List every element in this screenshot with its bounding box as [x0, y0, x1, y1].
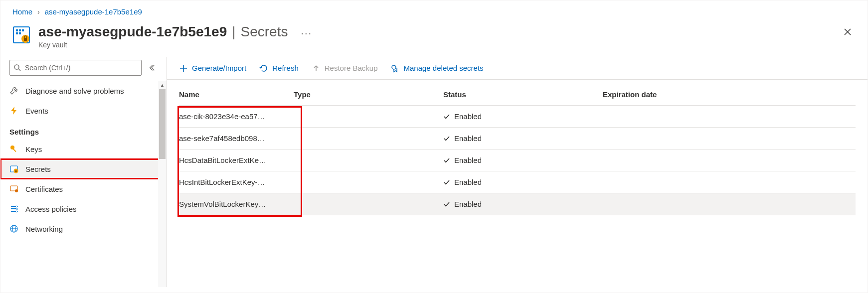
breadcrumb-separator: › [37, 8, 40, 16]
sidebar-item-label: Diagnose and solve problems [25, 87, 124, 95]
svg-rect-11 [13, 148, 16, 152]
networking-icon [9, 224, 18, 233]
sidebar-item-events[interactable]: Events [0, 101, 167, 121]
svg-rect-1 [16, 29, 18, 31]
page-header: ase-myasegpude-1e7b5e1e9 | Secrets ··· K… [0, 19, 868, 57]
cell-name: HcsIntBitLockerExtKey-… [179, 178, 294, 186]
plus-icon [179, 64, 188, 73]
wrench-icon [9, 86, 18, 95]
table-header-row: Name Type Status Expiration date [179, 84, 856, 106]
table-row[interactable]: ase-seke7af458edb098… Enabled [179, 128, 856, 149]
status-text: Enabled [454, 200, 482, 208]
breadcrumb-home[interactable]: Home [12, 7, 32, 16]
breadcrumb-resource[interactable]: ase-myasegpude-1e7b5e1e9 [45, 7, 142, 16]
svg-rect-2 [19, 29, 21, 31]
table-row[interactable]: HcsDataBitLockerExtKe… Enabled [179, 149, 856, 171]
breadcrumb: Home › ase-myasegpude-1e7b5e1e9 [0, 0, 868, 19]
status-text: Enabled [454, 134, 482, 143]
cell-name: ase-seke7af458edb098… [179, 134, 294, 143]
svg-point-8 [14, 65, 19, 69]
cell-name: ase-cik-8023e34e-ea57… [179, 112, 294, 121]
svg-rect-14 [15, 170, 17, 172]
key-vault-icon [12, 26, 30, 44]
cell-status: Enabled [443, 200, 603, 208]
sidebar-item-diagnose[interactable]: Diagnose and solve problems [0, 81, 167, 101]
svg-point-20 [392, 65, 396, 69]
sidebar-item-certificates[interactable]: Certificates [0, 179, 167, 199]
svg-rect-7 [24, 38, 27, 41]
toolbar-label: Refresh [272, 64, 299, 72]
col-header-status[interactable]: Status [443, 90, 603, 99]
status-text: Enabled [454, 112, 482, 121]
sidebar-item-label: Secrets [25, 165, 51, 173]
sidebar-item-label: Keys [25, 145, 42, 153]
table-row[interactable]: HcsIntBitLockerExtKey-… Enabled [179, 171, 856, 193]
scrollbar-thumb[interactable] [159, 89, 166, 159]
check-icon [443, 135, 450, 142]
more-menu-button[interactable]: ··· [301, 27, 312, 39]
toolbar: Generate/Import Refresh Restore Backup M… [167, 57, 868, 80]
status-text: Enabled [454, 156, 482, 164]
title-separator: | [232, 24, 235, 40]
toolbar-label: Restore Backup [325, 64, 378, 72]
table-row[interactable]: ase-cik-8023e34e-ea57… Enabled [179, 106, 856, 128]
main-panel: Generate/Import Refresh Restore Backup M… [167, 57, 868, 287]
restore-backup-button: Restore Backup [312, 64, 378, 73]
generate-import-button[interactable]: Generate/Import [179, 64, 246, 73]
col-header-name[interactable]: Name [179, 90, 294, 99]
cell-status: Enabled [443, 178, 603, 186]
svg-point-16 [15, 189, 18, 192]
svg-rect-5 [19, 32, 21, 34]
close-button[interactable] [840, 24, 856, 40]
search-icon [13, 64, 21, 72]
svg-rect-4 [16, 32, 18, 34]
refresh-icon [259, 64, 268, 73]
page-subtitle: Key vault [38, 41, 312, 49]
key-icon [9, 145, 18, 153]
col-header-type[interactable]: Type [294, 90, 443, 99]
check-icon [443, 179, 450, 186]
manage-deleted-secrets-button[interactable]: Manage deleted secrets [390, 64, 483, 73]
sidebar-heading-settings: Settings [0, 121, 167, 139]
access-policies-icon [9, 204, 18, 213]
sidebar-item-keys[interactable]: Keys [0, 139, 167, 159]
cell-name: SystemVolBitLockerKey… [179, 200, 294, 208]
col-header-exp[interactable]: Expiration date [603, 90, 856, 99]
check-icon [443, 157, 450, 164]
collapse-sidebar-button[interactable] [146, 62, 158, 74]
svg-point-10 [10, 146, 14, 149]
page-section: Secrets [241, 24, 288, 40]
refresh-button[interactable]: Refresh [259, 64, 299, 73]
toolbar-label: Generate/Import [192, 64, 246, 72]
check-icon [443, 201, 450, 208]
secrets-table: Name Type Status Expiration date ase-cik… [167, 80, 868, 215]
certificate-icon [9, 184, 18, 193]
sidebar-item-label: Access policies [25, 205, 77, 213]
sidebar-item-label: Networking [25, 225, 63, 233]
sidebar: ▲ Diagnose and solve problems Events Set… [0, 57, 167, 287]
sidebar-item-networking[interactable]: Networking [0, 219, 167, 239]
search-input[interactable] [9, 60, 142, 76]
upload-icon [312, 64, 321, 73]
sidebar-item-label: Events [25, 107, 48, 115]
status-text: Enabled [454, 178, 482, 186]
sidebar-scrollbar[interactable]: ▲ [158, 81, 167, 287]
check-icon [443, 113, 450, 120]
page-title: ase-myasegpude-1e7b5e1e9 [38, 24, 227, 40]
sidebar-item-secrets[interactable]: Secrets [0, 159, 167, 179]
cell-name: HcsDataBitLockerExtKe… [179, 156, 294, 164]
scroll-up-arrow[interactable]: ▲ [158, 81, 167, 89]
table-row[interactable]: SystemVolBitLockerKey… Enabled [179, 193, 856, 215]
cell-status: Enabled [443, 156, 603, 164]
lightning-icon [9, 106, 18, 115]
toolbar-label: Manage deleted secrets [403, 64, 483, 72]
sidebar-item-access-policies[interactable]: Access policies [0, 199, 167, 219]
svg-rect-3 [22, 29, 24, 31]
cell-status: Enabled [443, 112, 603, 121]
secret-icon [9, 164, 18, 173]
svg-line-9 [18, 69, 20, 71]
sidebar-item-label: Certificates [25, 185, 63, 193]
manage-deleted-icon [390, 64, 399, 73]
cell-status: Enabled [443, 134, 603, 143]
